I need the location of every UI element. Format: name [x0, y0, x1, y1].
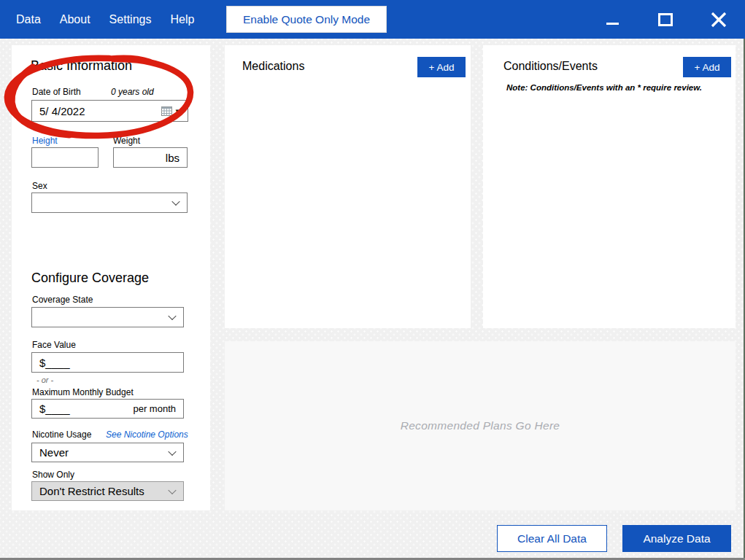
chevron-down-icon [171, 198, 180, 206]
menu-item-help[interactable]: Help [170, 13, 194, 26]
minimize-icon [606, 23, 619, 25]
budget-suffix: per month [133, 403, 176, 414]
weight-unit-label: lbs [166, 152, 180, 164]
left-form-panel: Basic Information Date of Birth 0 years … [12, 45, 210, 510]
close-button[interactable] [709, 10, 728, 29]
analyze-data-button[interactable]: Analyze Data [622, 525, 731, 552]
height-input[interactable] [31, 147, 99, 168]
date-of-birth-label: Date of Birth [32, 87, 81, 97]
recommended-plans-panel: Recommended Plans Go Here [225, 341, 736, 510]
recommended-plans-placeholder: Recommended Plans Go Here [401, 419, 560, 432]
menu-item-about[interactable]: About [60, 13, 90, 26]
medications-title: Medications [242, 60, 304, 73]
age-text: 0 years old [111, 87, 154, 97]
title-bar: Data About Settings Help Enable Quote On… [0, 0, 745, 39]
sex-select[interactable] [31, 192, 188, 213]
nicotine-usage-value: Never [39, 446, 69, 459]
enable-quote-only-mode-button[interactable]: Enable Quote Only Mode [226, 6, 387, 33]
budget-label: Maximum Monthly Budget [32, 387, 134, 397]
basic-information-heading: Basic Information [31, 58, 132, 74]
conditions-note: Note: Conditions/Events with an * requir… [506, 83, 702, 92]
budget-input[interactable]: $____ per month [31, 399, 184, 419]
window-controls [603, 0, 728, 39]
face-value-text: $____ [39, 357, 70, 369]
menu-item-settings[interactable]: Settings [109, 13, 152, 26]
configure-coverage-heading: Configure Coverage [31, 271, 149, 286]
add-condition-button[interactable]: + Add [683, 57, 731, 77]
maximize-icon [658, 13, 673, 26]
chevron-down-icon [168, 312, 176, 320]
see-nicotine-options-link[interactable]: See Nicotine Options [106, 429, 188, 440]
close-icon [710, 11, 727, 28]
clear-all-data-button[interactable]: Clear All Data [497, 525, 607, 552]
height-label[interactable]: Height [32, 136, 58, 146]
sex-label: Sex [32, 181, 47, 191]
show-only-value: Don't Restrict Results [39, 485, 144, 497]
maximize-button[interactable] [656, 10, 675, 29]
show-only-label: Show Only [32, 470, 74, 480]
face-value-label: Face Value [32, 340, 76, 350]
budget-text: $____ [39, 402, 70, 415]
date-of-birth-field[interactable]: 5/ 4/2022 ▼ [31, 100, 188, 122]
menu-item-data[interactable]: Data [16, 13, 41, 26]
face-value-input[interactable]: $____ [31, 352, 184, 373]
conditions-events-title: Conditions/Events [503, 60, 598, 73]
menu-bar: Data About Settings Help [16, 0, 194, 39]
weight-label: Weight [113, 136, 140, 146]
nicotine-usage-label: Nicotine Usage [32, 429, 91, 440]
conditions-events-panel: Conditions/Events + Add Note: Conditions… [483, 45, 736, 328]
minimize-button[interactable] [603, 10, 622, 29]
medications-panel: Medications + Add [225, 45, 471, 328]
coverage-state-select[interactable] [31, 307, 184, 327]
add-medication-button[interactable]: + Add [417, 57, 466, 77]
or-separator: - or - [36, 376, 53, 384]
nicotine-usage-select[interactable]: Never [31, 443, 184, 462]
show-only-select[interactable]: Don't Restrict Results [31, 481, 184, 501]
date-of-birth-value: 5/ 4/2022 [39, 105, 85, 117]
chevron-down-icon [168, 486, 176, 494]
weight-input[interactable]: lbs [113, 147, 188, 168]
date-dropdown-arrow-icon[interactable]: ▼ [174, 108, 180, 114]
calendar-icon[interactable] [161, 106, 172, 116]
coverage-state-label: Coverage State [32, 295, 93, 305]
chevron-down-icon [168, 447, 176, 455]
